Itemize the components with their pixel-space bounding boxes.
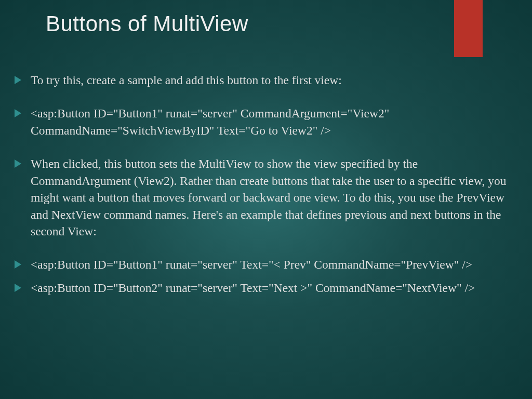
bullet-arrow-icon [15, 76, 21, 84]
bullet-arrow-icon [15, 260, 21, 269]
bullet-item: <asp:Button ID="Button2" runat="server" … [15, 280, 517, 296]
bullet-text: <asp:Button ID="Button1" runat="server" … [31, 256, 472, 273]
bullet-arrow-icon [15, 109, 21, 117]
bullet-item: <asp:Button ID="Button1" runat="server" … [15, 256, 517, 273]
bullet-text: When clicked, this button sets the Multi… [31, 155, 517, 240]
bullet-item: To try this, create a sample and add thi… [15, 72, 517, 88]
bullet-text: To try this, create a sample and add thi… [31, 72, 342, 88]
bullet-arrow-icon [15, 284, 21, 292]
slide-content: To try this, create a sample and add thi… [15, 72, 517, 313]
bullet-item: <asp:Button ID="Button1" runat="server" … [15, 105, 517, 139]
slide-title: Buttons of MultiView [46, 11, 248, 36]
decorative-ribbon [454, 0, 483, 57]
bullet-arrow-icon [15, 159, 21, 168]
bullet-item: When clicked, this button sets the Multi… [15, 155, 517, 240]
bullet-text: <asp:Button ID="Button1" runat="server" … [31, 105, 517, 139]
bullet-text: <asp:Button ID="Button2" runat="server" … [31, 280, 475, 296]
